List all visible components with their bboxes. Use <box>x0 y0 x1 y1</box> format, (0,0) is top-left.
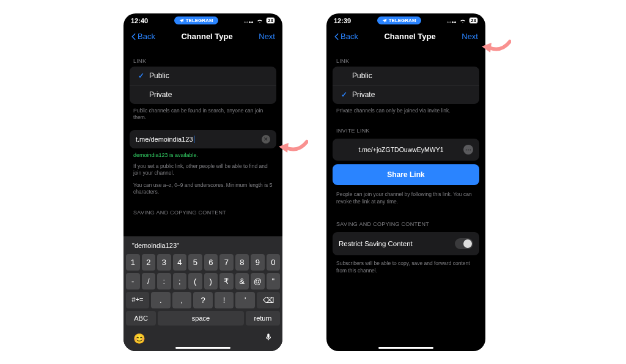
return-key[interactable]: return <box>246 311 280 326</box>
nav-bar: Back Channel Type Next <box>326 24 485 47</box>
key[interactable]: 7 <box>219 254 234 271</box>
privacy-hint: Public channels can be found in search, … <box>123 104 282 122</box>
key[interactable]: ! <box>215 292 234 308</box>
link-desc-1: If you set a public link, other people w… <box>123 159 282 177</box>
link-section-label: LINK <box>123 47 282 67</box>
key[interactable]: - <box>126 273 140 289</box>
invite-section-label: INVITE LINK <box>326 114 485 136</box>
home-indicator[interactable] <box>175 347 230 349</box>
battery-icon: 23 <box>469 17 478 24</box>
kbd-row-4: ABC space return <box>126 311 280 326</box>
kbd-row-2: - / : ; ( ) ₹ & @ " <box>126 273 280 289</box>
invite-link-cell[interactable]: t.me/+joZGTDOuwwEyMWY1 ⋯ <box>333 139 479 161</box>
key[interactable]: 0 <box>267 254 281 271</box>
back-button[interactable]: Back <box>334 32 358 41</box>
predictive-bar[interactable]: "demoindia123" <box>126 239 280 254</box>
key[interactable]: 6 <box>204 254 218 271</box>
key[interactable]: 5 <box>188 254 202 271</box>
chevron-left-icon <box>131 33 136 40</box>
key[interactable]: ₹ <box>219 273 234 289</box>
public-link-input[interactable]: t.me/demoindia123 ✕ <box>130 130 276 148</box>
space-key[interactable]: space <box>158 311 244 326</box>
key[interactable]: ? <box>193 292 213 308</box>
privacy-hint: Private channels can only be joined via … <box>326 104 485 114</box>
abc-key[interactable]: ABC <box>126 311 156 326</box>
telegram-pill[interactable]: TELEGRAM <box>174 16 218 24</box>
key[interactable]: @ <box>251 273 265 289</box>
option-public[interactable]: ✓ Public <box>130 67 276 86</box>
kbd-row-3: #+= . , ? ! ' ⌫ <box>126 292 280 308</box>
option-public[interactable]: Public <box>333 67 479 86</box>
wifi-icon <box>459 17 466 24</box>
next-button[interactable]: Next <box>259 32 275 41</box>
more-icon[interactable]: ⋯ <box>463 145 473 155</box>
check-icon: ✓ <box>340 90 348 99</box>
telegram-icon <box>382 18 387 23</box>
clear-icon[interactable]: ✕ <box>262 135 270 144</box>
link-desc-2: You can use a–z, 0–9 and underscores. Mi… <box>123 177 282 196</box>
emoji-icon[interactable]: 😊 <box>133 333 145 344</box>
key[interactable]: ; <box>173 273 187 289</box>
key[interactable]: : <box>157 273 171 289</box>
battery-icon: 23 <box>266 17 275 24</box>
restrict-toggle[interactable] <box>455 238 473 249</box>
key[interactable]: 9 <box>251 254 265 271</box>
key[interactable]: ' <box>235 292 255 308</box>
phone-left: 12:40 TELEGRAM 23 Back Channel Type Next… <box>123 13 282 351</box>
status-bar: 12:39 TELEGRAM 23 <box>326 13 485 24</box>
kbd-row-1: 1 2 3 4 5 6 7 8 9 0 <box>126 254 280 271</box>
page-title: Channel Type <box>181 32 232 41</box>
link-section-label: LINK <box>326 47 485 67</box>
page-title: Channel Type <box>384 32 435 41</box>
cellular-icon <box>447 17 457 24</box>
key[interactable]: 4 <box>173 254 187 271</box>
status-icons: 23 <box>244 17 275 24</box>
restrict-row[interactable]: Restrict Saving Content <box>333 232 479 255</box>
key[interactable]: 2 <box>142 254 156 271</box>
key[interactable]: " <box>267 273 281 289</box>
key[interactable]: ) <box>204 273 218 289</box>
availability-text: demoindia123 is available. <box>123 148 282 159</box>
mic-icon[interactable] <box>264 332 273 345</box>
key[interactable]: ( <box>188 273 202 289</box>
key[interactable]: 3 <box>157 254 171 271</box>
telegram-pill[interactable]: TELEGRAM <box>377 16 421 24</box>
home-indicator[interactable] <box>378 347 433 349</box>
restrict-hint: Subscribers will be able to copy, save a… <box>326 255 485 274</box>
chevron-left-icon <box>334 33 339 40</box>
key[interactable]: 8 <box>235 254 249 271</box>
wifi-icon <box>256 17 263 24</box>
kbd-bottom: 😊 <box>126 328 280 345</box>
nav-bar: Back Channel Type Next <box>123 24 282 47</box>
phone-right: 12:39 TELEGRAM 23 Back Channel Type Next… <box>326 13 485 351</box>
option-private[interactable]: Private <box>130 86 276 104</box>
telegram-icon <box>179 18 184 23</box>
key[interactable]: , <box>172 292 192 308</box>
backspace-key[interactable]: ⌫ <box>257 292 280 308</box>
cellular-icon <box>244 17 254 24</box>
key[interactable]: & <box>235 273 249 289</box>
keyboard[interactable]: "demoindia123" 1 2 3 4 5 6 7 8 9 0 - / :… <box>123 236 282 351</box>
back-button[interactable]: Back <box>131 32 155 41</box>
check-icon: ✓ <box>137 71 145 80</box>
option-private[interactable]: ✓ Private <box>333 86 479 104</box>
clock: 12:40 <box>131 17 148 24</box>
status-icons: 23 <box>447 17 478 24</box>
clock: 12:39 <box>334 17 351 24</box>
key[interactable]: / <box>142 273 156 289</box>
status-bar: 12:40 TELEGRAM 23 <box>123 13 282 24</box>
invite-hint: People can join your channel by followin… <box>326 185 485 205</box>
privacy-options: Public ✓ Private <box>333 67 479 104</box>
symbol-shift-key[interactable]: #+= <box>126 292 149 308</box>
saving-section-label: SAVING AND COPYING CONTENT <box>123 196 282 218</box>
key[interactable]: . <box>151 292 171 308</box>
privacy-options: ✓ Public Private <box>130 67 276 104</box>
saving-section-label: SAVING AND COPYING CONTENT <box>326 205 485 230</box>
key[interactable]: 1 <box>126 254 140 271</box>
next-button[interactable]: Next <box>462 32 478 41</box>
share-link-button[interactable]: Share Link <box>333 164 479 185</box>
